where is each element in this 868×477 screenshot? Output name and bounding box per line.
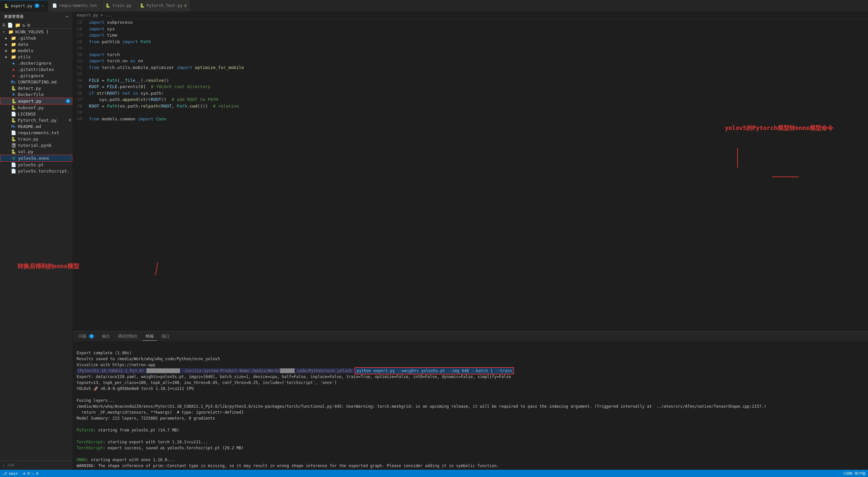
- file-icon-pt: 📄: [10, 162, 17, 167]
- panel-content[interactable]: Export complete (1.90s) Results saved to…: [73, 341, 868, 470]
- tab-label: export.py: [11, 4, 32, 8]
- tree-label-hubconf: hubconf.py: [18, 105, 72, 110]
- term-line-export-complete1: Export complete (1.90s) Results saved to…: [76, 351, 220, 367]
- tab-export-py[interactable]: 🐍 export.py 8 ✕: [0, 0, 48, 11]
- toolbar-icon5[interactable]: ⊟: [27, 23, 30, 28]
- tree-label-train: train.py: [18, 137, 72, 141]
- code-scroll[interactable]: 25 import subprocess 26 import sys 27 im…: [73, 19, 868, 331]
- tree-arrow-models: ▶: [5, 49, 10, 53]
- code-line-31: 31 import torch.nn as nn: [73, 58, 868, 64]
- debug-label: 调试控制台: [118, 334, 138, 338]
- panel-tab-debug[interactable]: 调试控制台: [115, 332, 141, 340]
- tree-item-requirements[interactable]: 📄 requirements.txt: [0, 130, 72, 136]
- tab-pytorch-test[interactable]: 🐍 Pytorch_Test.py U: [136, 0, 191, 11]
- term-model-summary: Model Summary: 213 layers, 7225885 param…: [76, 416, 215, 420]
- toolbar-icon3[interactable]: 📁: [15, 23, 21, 28]
- code-line-38: 38 ROOT = Path(os.path.relpath(ROOT, Pat…: [73, 103, 868, 109]
- tree-item-hubconf[interactable]: 🐍 hubconf.py: [0, 105, 72, 111]
- folder-icon-data: 📁: [10, 42, 17, 47]
- tree-label-license: LICENSE: [18, 111, 72, 116]
- tab-requirements[interactable]: 📄 requirements.txt: [48, 0, 102, 11]
- panel-tab-problems[interactable]: 问题 8: [75, 332, 97, 340]
- term-pytorch-rest: : starting from yolov5s.pt (14.7 MB): [93, 428, 179, 433]
- file-icon-tutorial: 📓: [10, 143, 17, 148]
- unsaved-indicator: U: [184, 4, 186, 8]
- file-icon-onnx: ≡: [11, 156, 17, 161]
- tree-item-contributing[interactable]: M↓ CONTRIBUTING.md: [0, 79, 72, 85]
- toolbar-icon2[interactable]: 📄: [7, 23, 13, 28]
- term-cmd-box: python export.py --weights yolov5s.pt --…: [355, 367, 514, 374]
- code-line-34: 34 FILE = Path(__file__).resolve(): [73, 77, 868, 84]
- export-badge: 8: [65, 99, 71, 103]
- panel-tab-ports[interactable]: 端口: [158, 332, 173, 340]
- code-line-26: 26 import sys: [73, 26, 868, 32]
- file-icon: 🐍: [4, 4, 9, 8]
- problems-label: 问题: [79, 334, 87, 338]
- code-line-36: 36 if str(ROOT) not in sys.path:: [73, 90, 868, 97]
- panel-tab-terminal[interactable]: 终端: [142, 332, 157, 341]
- code-line-40: 40 from models.common import Conv: [73, 116, 868, 123]
- term-fusing: Fusing layers...: [76, 398, 115, 403]
- term-warning-mesh: /media/Work/whq/Anaconda139/envs/Pytorch…: [76, 404, 766, 409]
- sidebar-header: 资源管理器 ⋯: [0, 11, 72, 22]
- tree-item-torchscript[interactable]: 📄 yolov5s.torchscript.: [0, 168, 72, 174]
- tree-item-tutorial[interactable]: 📓 tutorial.pynb: [0, 142, 72, 148]
- sidebar-icons: ⋯: [66, 14, 68, 19]
- file-icon-export: 🐍: [11, 99, 17, 104]
- editor-area: export.py > ... 25 import subprocess 26: [73, 11, 868, 470]
- code-line-29: 29: [73, 45, 868, 52]
- tree-root-item[interactable]: ▾ 📁 NCNN_YOLOV5 [: [0, 29, 72, 35]
- tree-item-pytorch-test[interactable]: 🐍 Pytorch_Test.py U: [0, 117, 72, 123]
- tab-label3: train.py: [112, 3, 131, 8]
- tree-item-license[interactable]: 📄 LICENSE: [0, 111, 72, 117]
- tree-item-dockerfile[interactable]: D Dockerfile: [0, 91, 72, 98]
- term-torchscript-start: TorchScript: [76, 440, 103, 444]
- tree-label-export: export.py: [18, 99, 65, 104]
- terminal-label: 终端: [146, 334, 154, 338]
- tab-train[interactable]: 🐍 train.py: [101, 0, 136, 11]
- tree-item-pt[interactable]: 📄 yolov5s.pt: [0, 162, 72, 168]
- term-line-cmd-prefix: (Pytorch1.10_CUDA11.1_Py3.8) ███████████…: [76, 368, 355, 373]
- status-bar: ⎇ main ⊗ 0 ⚠ 0 CSDN 用户端: [0, 470, 868, 477]
- tab-label4: Pytorch_Test.py: [147, 3, 182, 8]
- code-line-30: 30 import torch: [73, 52, 868, 58]
- tree-item-dockerignore[interactable]: ◈ .dockerignore: [0, 60, 72, 66]
- tab-label2: requirements.txt: [59, 3, 97, 8]
- toolbar-icon1[interactable]: ⎘: [3, 23, 5, 28]
- tree-item-onnx[interactable]: ≡ yolov5s.onnx: [0, 155, 72, 162]
- term-pytorch-start: PyTorch: [76, 428, 93, 433]
- sidebar-bottom[interactable]: △ 大纲: [0, 461, 72, 470]
- tree-item-gitattributes[interactable]: ◈ .gitattributes: [0, 66, 72, 73]
- tree-item-data[interactable]: ▶ 📁 data: [0, 41, 72, 47]
- more-icon[interactable]: ⋯: [66, 14, 68, 19]
- tree-item-github[interactable]: ▶ 📁 .github: [0, 35, 72, 41]
- tree-label-pytorch: Pytorch_Test.py: [18, 118, 69, 123]
- term-torchscript-success-rest: : export success, saved as yolov5s.torch…: [103, 446, 243, 450]
- folder-icon-root: 📁: [8, 29, 14, 34]
- file-icon-val: 🐍: [10, 149, 17, 154]
- tree-item-val[interactable]: 🐍 val.py: [0, 148, 72, 155]
- tree-item-train[interactable]: 🐍 train.py: [0, 136, 72, 142]
- file-icon-gitignore: ◈: [10, 73, 17, 78]
- file-icon-pytorch: 🐍: [10, 118, 17, 123]
- term-export-line: Export: data/coco128.yaml, weights=yolov…: [76, 374, 511, 379]
- tree-item-detect[interactable]: 🐍 detect.py: [0, 85, 72, 91]
- tree-item-utils[interactable]: ▶ 📁 utils: [0, 54, 72, 60]
- tree-label-tutorial: tutorial.pynb: [18, 143, 72, 148]
- file-icon-gitattributes: ◈: [10, 67, 17, 72]
- panel-tab-output[interactable]: 输出: [99, 332, 113, 340]
- tree-item-models[interactable]: ▶ 📁 models: [0, 47, 72, 54]
- tree-arrow-data: ▶: [5, 42, 10, 46]
- tree-item-export[interactable]: 🐍 export.py 8: [0, 98, 72, 105]
- code-line-39: 39: [73, 109, 868, 116]
- tree-item-readme[interactable]: M↓ README.md: [0, 123, 72, 130]
- code-line-25: 25 import subprocess: [73, 19, 868, 26]
- term-onnx-start-rest: : starting export with onnx 1.16.0...: [86, 457, 175, 462]
- tab-close-icon[interactable]: ✕: [42, 4, 44, 8]
- code-table: 25 import subprocess 26 import sys 27 im…: [73, 19, 868, 122]
- file-icon-train: 🐍: [10, 137, 17, 141]
- file-icon-requirements: 📄: [10, 130, 17, 135]
- toolbar-icon4[interactable]: ↻: [23, 23, 25, 28]
- tree-label-readme: README.md: [18, 124, 72, 129]
- tree-item-gitignore[interactable]: ◈ .gitignore: [0, 73, 72, 79]
